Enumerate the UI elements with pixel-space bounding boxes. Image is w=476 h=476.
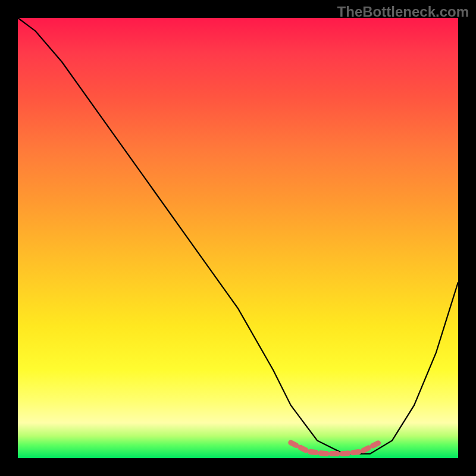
plot-area [18, 18, 458, 458]
bottleneck-curve-path [18, 18, 458, 454]
watermark-text: TheBottleneck.com [337, 4, 469, 20]
optimal-zone-path [291, 443, 379, 454]
chart-container: TheBottleneck.com [0, 0, 476, 476]
curve-overlay [18, 18, 458, 458]
